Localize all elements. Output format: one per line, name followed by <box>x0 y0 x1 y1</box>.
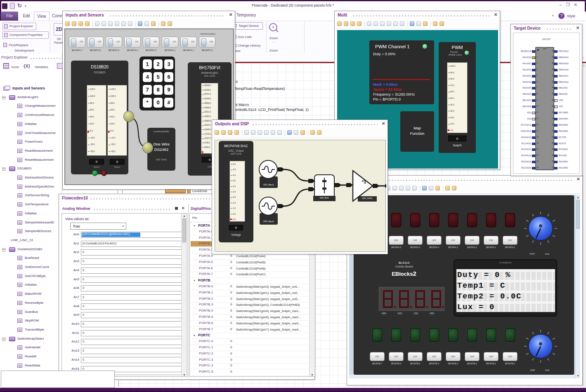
svg-text:*1: *1 <box>362 179 366 184</box>
